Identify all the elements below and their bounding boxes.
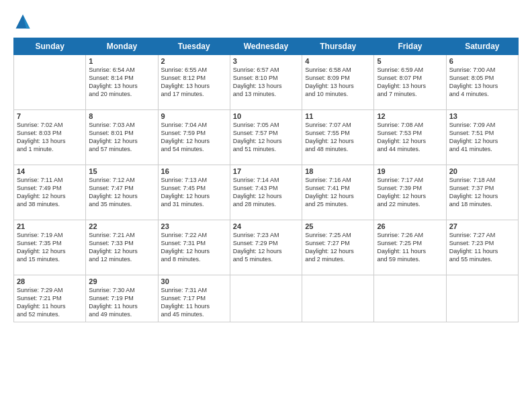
day-number: 21 — [17, 222, 83, 230]
col-header-friday: Friday — [374, 38, 446, 55]
cal-cell: 3Sunrise: 6:57 AM Sunset: 8:10 PM Daylig… — [230, 55, 302, 110]
day-info: Sunrise: 7:07 AM Sunset: 7:55 PM Dayligh… — [305, 121, 371, 154]
day-info: Sunrise: 6:59 AM Sunset: 8:07 PM Dayligh… — [377, 66, 443, 99]
day-number: 14 — [17, 167, 83, 175]
day-number: 11 — [305, 112, 371, 120]
day-info: Sunrise: 7:13 AM Sunset: 7:45 PM Dayligh… — [161, 176, 227, 209]
col-header-tuesday: Tuesday — [158, 38, 230, 55]
cal-cell: 19Sunrise: 7:17 AM Sunset: 7:39 PM Dayli… — [374, 165, 446, 220]
day-info: Sunrise: 7:31 AM Sunset: 7:17 PM Dayligh… — [161, 286, 227, 319]
day-number: 12 — [377, 112, 443, 120]
cal-cell: 9Sunrise: 7:04 AM Sunset: 7:59 PM Daylig… — [158, 110, 230, 165]
cal-cell: 29Sunrise: 7:30 AM Sunset: 7:19 PM Dayli… — [86, 275, 158, 322]
cal-cell: 14Sunrise: 7:11 AM Sunset: 7:49 PM Dayli… — [14, 165, 86, 220]
day-number: 18 — [305, 167, 371, 175]
day-number: 8 — [89, 112, 154, 120]
day-number: 3 — [233, 57, 299, 65]
day-number: 9 — [161, 112, 227, 120]
cal-cell: 16Sunrise: 7:13 AM Sunset: 7:45 PM Dayli… — [158, 165, 230, 220]
day-info: Sunrise: 7:21 AM Sunset: 7:33 PM Dayligh… — [89, 231, 154, 264]
day-number: 23 — [161, 222, 227, 230]
day-number: 25 — [305, 222, 371, 230]
cal-cell: 20Sunrise: 7:18 AM Sunset: 7:37 PM Dayli… — [446, 165, 518, 220]
day-number: 26 — [377, 222, 443, 230]
day-number: 5 — [377, 57, 443, 65]
day-info: Sunrise: 6:57 AM Sunset: 8:10 PM Dayligh… — [233, 66, 299, 99]
day-info: Sunrise: 6:54 AM Sunset: 8:14 PM Dayligh… — [89, 66, 154, 99]
cal-cell: 24Sunrise: 7:23 AM Sunset: 7:29 PM Dayli… — [230, 220, 302, 275]
calendar-table: SundayMondayTuesdayWednesdayThursdayFrid… — [13, 38, 519, 322]
day-info: Sunrise: 7:23 AM Sunset: 7:29 PM Dayligh… — [233, 231, 299, 264]
cal-cell: 6Sunrise: 7:00 AM Sunset: 8:05 PM Daylig… — [446, 55, 518, 110]
col-header-wednesday: Wednesday — [230, 38, 302, 55]
day-number: 16 — [161, 167, 227, 175]
cal-cell: 28Sunrise: 7:29 AM Sunset: 7:21 PM Dayli… — [14, 275, 86, 322]
cal-cell: 12Sunrise: 7:08 AM Sunset: 7:53 PM Dayli… — [374, 110, 446, 165]
day-number: 13 — [449, 112, 515, 120]
week-row-5: 28Sunrise: 7:29 AM Sunset: 7:21 PM Dayli… — [14, 275, 519, 322]
week-row-3: 14Sunrise: 7:11 AM Sunset: 7:49 PM Dayli… — [14, 165, 519, 220]
day-info: Sunrise: 7:12 AM Sunset: 7:47 PM Dayligh… — [89, 176, 154, 209]
col-header-monday: Monday — [86, 38, 158, 55]
cal-cell — [374, 275, 446, 322]
day-number: 20 — [449, 167, 515, 175]
day-info: Sunrise: 7:04 AM Sunset: 7:59 PM Dayligh… — [161, 121, 227, 154]
day-number: 22 — [89, 222, 154, 230]
cal-cell: 23Sunrise: 7:22 AM Sunset: 7:31 PM Dayli… — [158, 220, 230, 275]
cal-cell: 27Sunrise: 7:27 AM Sunset: 7:23 PM Dayli… — [446, 220, 518, 275]
cal-cell: 30Sunrise: 7:31 AM Sunset: 7:17 PM Dayli… — [158, 275, 230, 322]
day-number: 10 — [233, 112, 299, 120]
col-header-saturday: Saturday — [446, 38, 518, 55]
cal-cell: 17Sunrise: 7:14 AM Sunset: 7:43 PM Dayli… — [230, 165, 302, 220]
cal-cell: 10Sunrise: 7:05 AM Sunset: 7:57 PM Dayli… — [230, 110, 302, 165]
day-info: Sunrise: 7:29 AM Sunset: 7:21 PM Dayligh… — [17, 286, 83, 319]
cal-cell: 21Sunrise: 7:19 AM Sunset: 7:35 PM Dayli… — [14, 220, 86, 275]
cal-cell — [230, 275, 302, 322]
cal-cell: 8Sunrise: 7:03 AM Sunset: 8:01 PM Daylig… — [86, 110, 158, 165]
cal-cell — [14, 55, 86, 110]
cal-cell: 26Sunrise: 7:26 AM Sunset: 7:25 PM Dayli… — [374, 220, 446, 275]
logo — [13, 12, 34, 31]
day-info: Sunrise: 7:02 AM Sunset: 8:03 PM Dayligh… — [17, 121, 83, 154]
day-info: Sunrise: 7:14 AM Sunset: 7:43 PM Dayligh… — [233, 176, 299, 209]
header — [13, 12, 519, 31]
day-info: Sunrise: 7:19 AM Sunset: 7:35 PM Dayligh… — [17, 231, 83, 264]
day-info: Sunrise: 7:25 AM Sunset: 7:27 PM Dayligh… — [305, 231, 371, 264]
week-row-1: 1Sunrise: 6:54 AM Sunset: 8:14 PM Daylig… — [14, 55, 519, 110]
cal-cell: 4Sunrise: 6:58 AM Sunset: 8:09 PM Daylig… — [302, 55, 374, 110]
day-info: Sunrise: 7:11 AM Sunset: 7:49 PM Dayligh… — [17, 176, 83, 209]
day-info: Sunrise: 7:09 AM Sunset: 7:51 PM Dayligh… — [449, 121, 515, 154]
calendar-header-row: SundayMondayTuesdayWednesdayThursdayFrid… — [14, 38, 519, 55]
cal-cell: 15Sunrise: 7:12 AM Sunset: 7:47 PM Dayli… — [86, 165, 158, 220]
day-info: Sunrise: 7:05 AM Sunset: 7:57 PM Dayligh… — [233, 121, 299, 154]
cal-cell — [302, 275, 374, 322]
week-row-4: 21Sunrise: 7:19 AM Sunset: 7:35 PM Dayli… — [14, 220, 519, 275]
day-number: 28 — [17, 277, 83, 285]
cal-cell — [446, 275, 518, 322]
cal-cell: 13Sunrise: 7:09 AM Sunset: 7:51 PM Dayli… — [446, 110, 518, 165]
day-number: 4 — [305, 57, 371, 65]
cal-cell: 18Sunrise: 7:16 AM Sunset: 7:41 PM Dayli… — [302, 165, 374, 220]
day-info: Sunrise: 6:58 AM Sunset: 8:09 PM Dayligh… — [305, 66, 371, 99]
cal-cell: 22Sunrise: 7:21 AM Sunset: 7:33 PM Dayli… — [86, 220, 158, 275]
page: SundayMondayTuesdayWednesdayThursdayFrid… — [0, 0, 532, 411]
cal-cell: 5Sunrise: 6:59 AM Sunset: 8:07 PM Daylig… — [374, 55, 446, 110]
day-info: Sunrise: 7:30 AM Sunset: 7:19 PM Dayligh… — [89, 286, 154, 319]
cal-cell: 25Sunrise: 7:25 AM Sunset: 7:27 PM Dayli… — [302, 220, 374, 275]
day-number: 30 — [161, 277, 227, 285]
day-number: 24 — [233, 222, 299, 230]
day-info: Sunrise: 7:26 AM Sunset: 7:25 PM Dayligh… — [377, 231, 443, 264]
day-info: Sunrise: 6:55 AM Sunset: 8:12 PM Dayligh… — [161, 66, 227, 99]
day-number: 19 — [377, 167, 443, 175]
logo-icon — [13, 12, 32, 31]
day-number: 15 — [89, 167, 154, 175]
cal-cell: 2Sunrise: 6:55 AM Sunset: 8:12 PM Daylig… — [158, 55, 230, 110]
day-number: 27 — [449, 222, 515, 230]
col-header-sunday: Sunday — [14, 38, 86, 55]
day-number: 6 — [449, 57, 515, 65]
day-number: 2 — [161, 57, 227, 65]
week-row-2: 7Sunrise: 7:02 AM Sunset: 8:03 PM Daylig… — [14, 110, 519, 165]
day-number: 29 — [89, 277, 154, 285]
col-header-thursday: Thursday — [302, 38, 374, 55]
day-number: 1 — [89, 57, 154, 65]
